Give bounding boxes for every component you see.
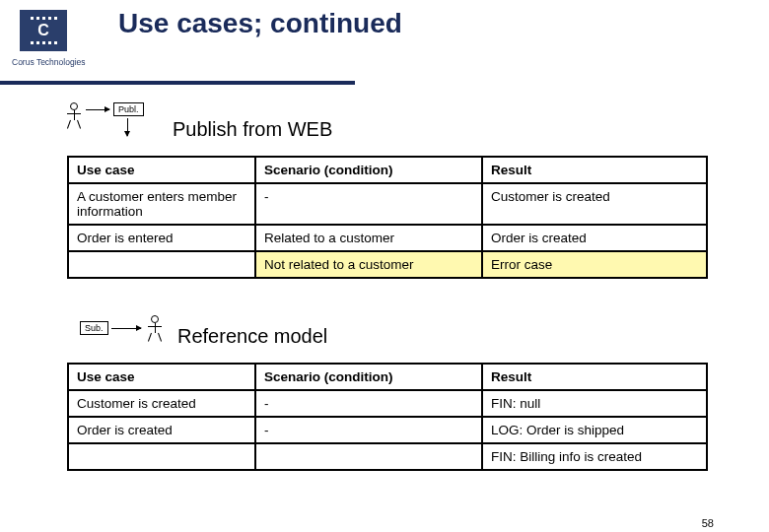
table-row: Order is entered Related to a customer O… [68,225,707,251]
company-name: Corus Technologies [12,57,75,67]
subscribe-label: Sub. [80,321,108,335]
publish-use-case-table: Use case Scenario (condition) Result A c… [67,156,708,279]
subscribe-diagram: Sub. [64,303,173,353]
publish-section-heading: Publish from WEB [173,118,332,141]
col-result: Result [482,364,707,390]
actor-icon [145,315,165,341]
publish-diagram: Publ. [64,97,163,146]
table-row: A customer enters member information - C… [68,183,707,225]
page-title: Use cases; continued [118,8,402,39]
col-usecase: Use case [68,157,255,183]
logo-mark: C [20,10,67,51]
table-row: FIN: Billing info is created [68,443,707,470]
table-row: Not related to a customer Error case [68,251,707,278]
col-scenario: Scenario (condition) [255,364,482,390]
table-row: Order is created - LOG: Order is shipped [68,417,707,443]
reference-section-heading: Reference model [177,325,327,348]
table-header-row: Use case Scenario (condition) Result [68,157,707,183]
publish-label: Publ. [113,102,144,116]
col-result: Result [482,157,707,183]
title-underline [0,81,355,85]
col-scenario: Scenario (condition) [255,157,482,183]
reference-use-case-table: Use case Scenario (condition) Result Cus… [67,363,708,471]
company-logo: C Corus Technologies [12,10,75,67]
col-usecase: Use case [68,364,255,390]
actor-icon [64,102,84,128]
arrow-icon [86,109,109,110]
table-header-row: Use case Scenario (condition) Result [68,364,707,390]
arrow-icon [111,328,141,329]
page-number: 58 [702,517,714,529]
arrow-down-icon [127,118,128,136]
table-row: Customer is created - FIN: null [68,390,707,417]
